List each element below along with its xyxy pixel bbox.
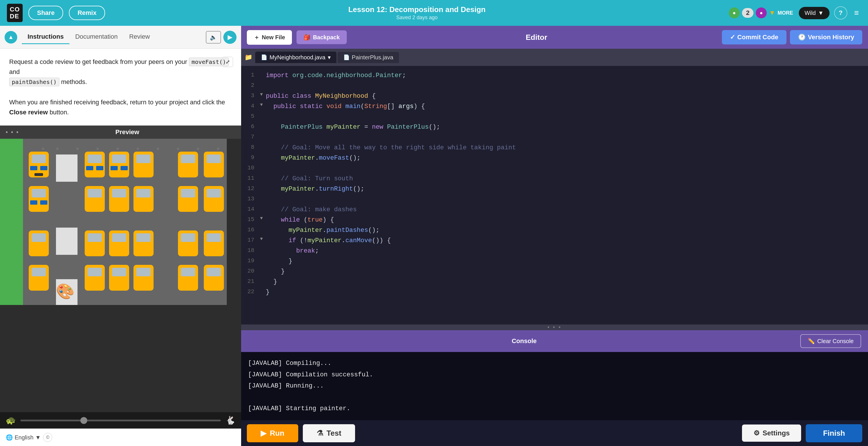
code-line-7: 7: [241, 132, 868, 143]
code-line-16: 16 myPainter.paintDashes();: [241, 225, 868, 236]
svg-point-13: [197, 148, 199, 150]
copyright-button[interactable]: ©: [43, 433, 52, 442]
svg-rect-69: [181, 268, 195, 276]
play-icon: ▶: [260, 429, 267, 438]
svg-rect-49: [32, 233, 46, 242]
svg-rect-61: [32, 268, 46, 276]
code-line-17: 17 ▼ if (!myPainter.canMove()) {: [241, 236, 868, 246]
bottom-bar: ▶ Run ⚗ Test ⚙ Settings Finish: [241, 420, 868, 446]
instructions-content: ⤢ Request a code review to get feedback …: [0, 49, 241, 126]
settings-button[interactable]: ⚙ Settings: [742, 424, 801, 442]
svg-point-10: [136, 148, 139, 150]
folder-button[interactable]: 📁: [245, 54, 252, 61]
dropdown-arrow-icon[interactable]: ▼: [769, 9, 775, 16]
code-paintDashes: paintDashes(): [9, 78, 59, 86]
svg-rect-29: [136, 155, 151, 163]
code-editor[interactable]: 1 import org.code.neighborhood.Painter; …: [241, 66, 868, 324]
code-line-18: 18 break;: [241, 246, 868, 256]
logo: CODE: [7, 4, 23, 22]
language-selector[interactable]: 🌐 English ▼: [6, 434, 41, 441]
svg-rect-37: [40, 200, 48, 205]
wild-button[interactable]: Wild ▼: [799, 7, 830, 19]
share-button[interactable]: Share: [28, 6, 63, 20]
console-line-5: [JAVALAB] Starting painter.: [248, 403, 861, 414]
code-line-5: 5: [241, 112, 868, 122]
commit-code-button[interactable]: ✓ Commit Code: [722, 30, 786, 44]
remix-button[interactable]: Remix: [69, 6, 105, 20]
eraser-icon: ✏️: [808, 338, 815, 345]
clock-icon: 🕐: [798, 34, 806, 41]
svg-rect-67: [136, 268, 151, 276]
rabbit-icon: 🐇: [225, 416, 236, 425]
version-history-button[interactable]: 🕐 Version History: [790, 30, 862, 44]
svg-rect-33: [207, 155, 221, 163]
code-line-3: 3 ▼ public class MyNeighborhood {: [241, 91, 868, 101]
svg-rect-45: [181, 189, 195, 198]
tabs-bar: ▲ Instructions Documentation Review 🔈 ▶: [0, 26, 241, 49]
resize-dots: • • •: [548, 324, 562, 331]
svg-rect-53: [112, 233, 126, 242]
preview-controls: 🐢 🐇: [0, 412, 241, 428]
code-line-15: 15 ▼ while (true) {: [241, 215, 868, 225]
backpack-button[interactable]: 🎒 Backpack: [297, 30, 346, 44]
nav-center: Lesson 12: Decomposition and Design Save…: [111, 5, 723, 21]
saved-status: Saved 2 days ago: [111, 14, 723, 21]
console-output: [JAVALAB] Compiling... [JAVALAB] Compila…: [241, 352, 868, 420]
play-button[interactable]: ▶: [223, 31, 237, 44]
menu-button[interactable]: ≡: [852, 8, 861, 18]
run-button[interactable]: ▶ Run: [247, 424, 298, 442]
svg-rect-21: [88, 155, 102, 163]
svg-rect-25: [112, 155, 126, 163]
close-review-bold: Close review: [9, 109, 48, 116]
console-resize-handle[interactable]: • • •: [241, 324, 868, 330]
tab-review[interactable]: Review: [123, 30, 156, 44]
speed-slider-track[interactable]: [20, 420, 221, 421]
badge-purple: ●: [756, 7, 767, 18]
editor-title: Editor: [351, 33, 722, 42]
file-tabs: 📁 📄 MyNeighborhood.java ▾ 📄 PainterPlus.…: [241, 49, 868, 66]
test-button[interactable]: ⚗ Test: [303, 424, 355, 442]
svg-rect-22: [86, 166, 93, 170]
code-line-22: 22 }: [241, 287, 868, 298]
instructions-text1: Request a code review to get feedback fr…: [9, 58, 189, 65]
help-button[interactable]: ?: [834, 6, 847, 20]
tab-instructions[interactable]: Instructions: [22, 30, 69, 44]
svg-rect-35: [32, 189, 46, 198]
svg-rect-31: [181, 155, 195, 163]
clear-console-button[interactable]: ✏️ Clear Console: [800, 334, 861, 348]
gear-icon: ⚙: [753, 429, 760, 437]
svg-rect-63: [88, 268, 102, 276]
backpack-icon: 🎒: [303, 34, 311, 41]
check-icon: ✓: [730, 34, 735, 41]
svg-rect-3: [56, 228, 78, 255]
tab-collapse-button[interactable]: ▲: [5, 31, 17, 43]
svg-rect-27: [121, 166, 128, 170]
chevron-down-icon: ▼: [35, 434, 41, 441]
expand-button[interactable]: ⤢: [222, 57, 233, 67]
tab-documentation[interactable]: Documentation: [69, 30, 123, 44]
svg-rect-47: [207, 189, 221, 198]
file-tab-painterplus[interactable]: 📄 PainterPlus.java: [338, 52, 399, 63]
preview-section: • • • Preview: [0, 126, 241, 428]
java-file-icon2: 📄: [343, 54, 350, 61]
svg-point-8: [96, 148, 99, 150]
code-line-1: 1 import org.code.neighborhood.Painter;: [241, 70, 868, 81]
speed-slider-thumb[interactable]: [81, 417, 87, 424]
code-line-19: 19 }: [241, 256, 868, 267]
preview-content: 🎨: [0, 139, 241, 412]
more-label: MORE: [778, 10, 793, 16]
svg-rect-51: [88, 233, 102, 242]
preview-label: Preview: [115, 128, 139, 136]
finish-button[interactable]: Finish: [806, 424, 862, 442]
code-line-2: 2: [241, 81, 868, 91]
svg-rect-59: [207, 233, 221, 242]
speak-button[interactable]: 🔈: [206, 31, 221, 43]
preview-header: • • • Preview: [0, 126, 241, 139]
svg-rect-65: [112, 268, 126, 276]
file-tab-myneighborhood[interactable]: 📄 MyNeighborhood.java ▾: [255, 52, 336, 63]
svg-point-7: [76, 148, 79, 150]
new-file-button[interactable]: ＋ New File: [247, 30, 292, 45]
svg-point-12: [177, 148, 179, 150]
svg-rect-43: [136, 189, 151, 198]
badge-num: 2: [742, 8, 753, 18]
